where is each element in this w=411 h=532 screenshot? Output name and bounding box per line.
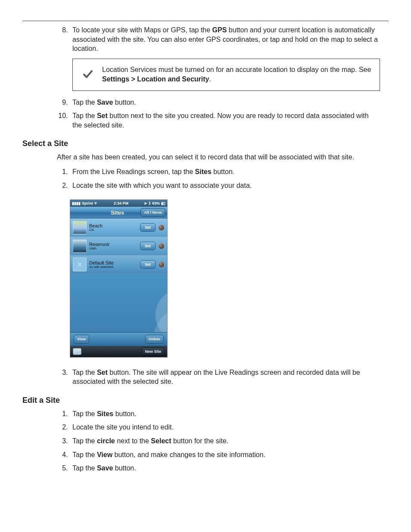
select-step-1: From the Live Readings screen, tap the S…	[70, 167, 380, 177]
set-button[interactable]: Set	[140, 242, 156, 250]
site-sub: CA	[89, 228, 137, 232]
heading-edit-site: Edit a Site	[22, 396, 389, 405]
select-intro: After a site has been created, you can s…	[57, 152, 380, 162]
set-button[interactable]: Set	[140, 260, 156, 269]
wifi-icon: ᯤ	[94, 201, 98, 206]
phone-screenshot: ▮▮▮▮ Sprint ᯤ 2:34 PM ➤ ᛒ 93% ▮▯ Sites	[70, 199, 168, 358]
status-bar: ▮▮▮▮ Sprint ᯤ 2:34 PM ➤ ᛒ 93% ▮▯	[70, 200, 167, 207]
delete-button[interactable]: Delete	[145, 335, 164, 343]
readings-button[interactable]	[73, 348, 81, 355]
bluetooth-icon: ᛒ	[149, 201, 151, 206]
new-site-button[interactable]: New Site	[141, 347, 165, 356]
site-sub: Utah	[89, 247, 137, 251]
thumb-reservoir	[73, 239, 87, 253]
step-8: To locate your site with Maps or GPS, ta…	[70, 25, 380, 91]
select-step-3: Tap the Set button. The site will appear…	[70, 368, 380, 386]
edit-step-2: Locate the site you intend to edit.	[70, 423, 380, 432]
edit-step-4: Tap the View button, and make changes to…	[70, 450, 380, 460]
select-circle[interactable]	[158, 224, 165, 231]
set-button[interactable]: Set	[140, 223, 156, 232]
note-callout: Location Services must be turned on for …	[72, 59, 380, 91]
signal-icon: ▮▮▮▮	[72, 201, 81, 206]
select-circle[interactable]	[158, 243, 165, 249]
thumb-beach	[73, 221, 87, 234]
nav-title: Sites	[111, 209, 124, 217]
edit-step-3: Tap the circle next to the Select button…	[70, 436, 380, 446]
bottom-bar: New Site	[70, 346, 167, 357]
battery-pct: 93%	[152, 201, 160, 206]
edit-step-5: Tap the Save button.	[70, 464, 380, 473]
select-step-2: Locate the site with which you want to a…	[70, 181, 380, 190]
checkmark-icon	[82, 69, 93, 80]
heading-select-site: Select a Site	[22, 139, 389, 148]
select-circle[interactable]	[158, 261, 165, 268]
step-10: Tap the Set button next to the site you …	[70, 111, 380, 130]
gps-bold: GPS	[212, 26, 227, 34]
note-text: Location Services must be turned on for …	[102, 65, 374, 84]
all-none-button[interactable]: All / None	[140, 208, 165, 217]
thumb-default	[73, 258, 87, 271]
step-9: Tap the Save button.	[70, 98, 380, 107]
site-row-reservoir: Reservoir Utah Set	[70, 237, 167, 255]
carrier: Sprint	[82, 201, 93, 206]
status-time: 2:34 PM	[114, 201, 128, 206]
sites-toolbar: View Delete	[70, 332, 167, 345]
battery-icon: ▮▯	[161, 201, 165, 206]
nav-bar: Sites All / None	[70, 207, 167, 218]
site-sub: no site selected	[89, 265, 137, 269]
site-row-default: Default Site no site selected Set	[70, 255, 167, 274]
site-list: Beach CA Set Reservoir Utah Set	[70, 218, 167, 332]
text: To locate your site with Maps or GPS, ta…	[72, 26, 212, 34]
location-icon: ➤	[144, 201, 147, 206]
site-name: Beach	[89, 223, 137, 228]
edit-step-1: Tap the Sites button.	[70, 409, 380, 419]
view-button[interactable]: View	[74, 335, 89, 343]
site-row-beach: Beach CA Set	[70, 218, 167, 237]
